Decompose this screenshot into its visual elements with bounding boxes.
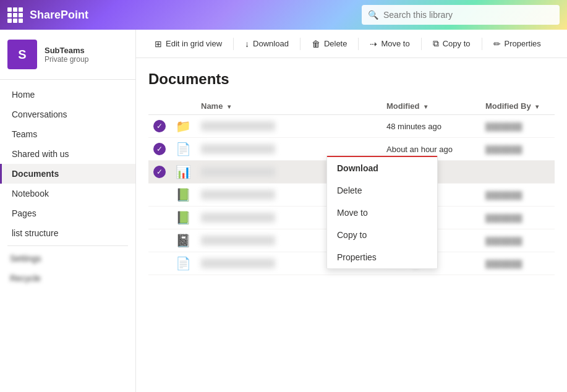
excel-icon: 📗 bbox=[176, 211, 191, 224]
file-name-blurred bbox=[201, 167, 275, 177]
context-menu-move-to[interactable]: Move to bbox=[327, 202, 437, 224]
move-icon: ⇢ bbox=[370, 39, 377, 49]
copy-link-icon[interactable]: ⊕ bbox=[345, 119, 358, 134]
file-name-blurred bbox=[201, 213, 275, 223]
search-icon: 🔍 bbox=[368, 10, 378, 20]
context-copyto-label: Copy to bbox=[337, 230, 367, 240]
avatar: S bbox=[7, 40, 37, 69]
col-header-name[interactable]: Name ▾ bbox=[196, 98, 326, 115]
context-properties-label: Properties bbox=[337, 252, 377, 262]
more-actions-icon[interactable]: ⋯ bbox=[345, 142, 360, 156]
sidebar-item-notebook[interactable]: Notebook bbox=[0, 184, 135, 203]
row-check[interactable]: ✓ bbox=[148, 161, 171, 184]
row-modified-by: ███████ bbox=[480, 229, 555, 252]
table-row[interactable]: ✓ 📁 ↑ ⊕ ⋯ bbox=[148, 115, 555, 138]
share-action-icon[interactable]: ↑ bbox=[331, 119, 341, 133]
brand-logo: SharePoint bbox=[30, 9, 88, 22]
context-menu-copy-to[interactable]: Copy to bbox=[327, 224, 437, 246]
download-button[interactable]: ↓ Download bbox=[239, 35, 295, 53]
sidebar-item-conversations[interactable]: Conversations bbox=[0, 104, 135, 124]
waffle-menu-icon[interactable] bbox=[7, 7, 22, 22]
sidebar-item-home[interactable]: Home bbox=[0, 85, 135, 104]
site-type: Private group bbox=[45, 55, 88, 64]
more-actions-icon[interactable]: ⋯ bbox=[362, 119, 377, 134]
context-menu-properties[interactable]: Properties bbox=[327, 246, 437, 268]
sidebar-item-pages[interactable]: Pages bbox=[0, 203, 135, 223]
col-header-check bbox=[148, 98, 171, 115]
sidebar-footer-item-2[interactable]: Recycle bbox=[0, 268, 135, 288]
col-header-actions bbox=[326, 98, 382, 115]
file-name-blurred bbox=[201, 121, 275, 131]
table-row[interactable]: ✓ 📊 Downlo bbox=[148, 161, 555, 184]
site-info: SubTeams Private group bbox=[45, 46, 88, 64]
row-file-name bbox=[196, 161, 326, 184]
context-download-label: Download bbox=[337, 163, 378, 173]
powerpoint-icon: 📊 bbox=[176, 165, 191, 179]
onenote-icon: 📓 bbox=[176, 234, 191, 247]
row-check[interactable] bbox=[148, 207, 171, 229]
file-name-blurred bbox=[201, 190, 275, 200]
search-bar[interactable]: 🔍 bbox=[362, 5, 560, 25]
edit-grid-button[interactable]: ⊞ Edit in grid view bbox=[148, 35, 228, 53]
pencil-icon: ✏ bbox=[493, 39, 501, 49]
context-moveto-label: Move to bbox=[337, 208, 368, 218]
toolbar-separator-5 bbox=[482, 38, 482, 50]
search-input[interactable] bbox=[383, 10, 553, 20]
delete-button[interactable]: 🗑 Delete bbox=[305, 35, 354, 53]
toolbar-separator-3 bbox=[358, 38, 359, 50]
move-to-button[interactable]: ⇢ Move to bbox=[364, 35, 416, 53]
name-sort-icon: ▾ bbox=[228, 103, 231, 110]
check-icon: ✓ bbox=[153, 166, 166, 178]
context-menu-download[interactable]: Download bbox=[327, 157, 437, 179]
row-file-name bbox=[196, 184, 326, 207]
row-check[interactable]: ✓ bbox=[148, 138, 171, 161]
row-modified-by: ███████ bbox=[480, 138, 555, 161]
context-menu: Download Delete Move to Copy to bbox=[326, 156, 438, 269]
row-check[interactable]: ✓ bbox=[148, 115, 171, 138]
row-modified-by: ███████ bbox=[480, 184, 555, 207]
site-header: S SubTeams Private group bbox=[0, 30, 135, 80]
sidebar-item-shared[interactable]: Shared with us bbox=[0, 144, 135, 164]
main-content: ⊞ Edit in grid view ↓ Download 🗑 Delete … bbox=[136, 30, 567, 392]
page-title: Documents bbox=[148, 70, 555, 88]
sidebar-item-documents[interactable]: Documents bbox=[0, 164, 135, 184]
delete-icon: 🗑 bbox=[312, 39, 320, 49]
properties-button[interactable]: ✏ Properties bbox=[487, 35, 547, 53]
row-file-name bbox=[196, 252, 326, 275]
topbar: SharePoint 🔍 bbox=[0, 0, 567, 30]
toolbar-separator-4 bbox=[421, 38, 422, 50]
context-menu-delete[interactable]: Delete bbox=[327, 179, 437, 202]
col-header-modified-by[interactable]: Modified By ▾ bbox=[480, 98, 555, 115]
check-icon: ✓ bbox=[153, 120, 166, 132]
download-icon: ↓ bbox=[245, 39, 249, 49]
row-check[interactable] bbox=[148, 252, 171, 275]
row-check[interactable] bbox=[148, 184, 171, 207]
row-file-icon: 📗 bbox=[171, 184, 196, 207]
col-header-modified[interactable]: Modified ▾ bbox=[382, 98, 480, 115]
sidebar-item-teams[interactable]: Teams bbox=[0, 124, 135, 144]
documents-table: Name ▾ Modified ▾ Modified By ▾ bbox=[148, 98, 555, 275]
modified-sort-icon: ▾ bbox=[424, 103, 427, 110]
row-modified-by: ███████ bbox=[480, 115, 555, 138]
share-action-icon[interactable]: ↑ bbox=[331, 142, 341, 156]
sidebar-item-list-structure[interactable]: list structure bbox=[0, 223, 135, 243]
row-file-icon: 📄 bbox=[171, 252, 196, 275]
row-file-icon: 📊 bbox=[171, 161, 196, 184]
row-inline-actions: ↑ ⊕ ⋯ bbox=[326, 115, 382, 138]
row-file-name bbox=[196, 138, 326, 161]
row-file-icon: 📗 bbox=[171, 207, 196, 229]
copy-to-button[interactable]: ⧉ Copy to bbox=[427, 35, 477, 53]
sidebar-footer-item-1[interactable]: Settings bbox=[0, 249, 135, 268]
nav-separator bbox=[7, 245, 128, 246]
row-modified: 48 minutes ago bbox=[382, 115, 480, 138]
row-modified-by: ███████ bbox=[480, 207, 555, 229]
folder-icon: 📁 bbox=[176, 119, 191, 133]
grid-icon: ⊞ bbox=[155, 39, 162, 49]
row-check[interactable] bbox=[148, 229, 171, 252]
word-icon: 📄 bbox=[176, 142, 191, 156]
row-file-icon: 📓 bbox=[171, 229, 196, 252]
file-name-blurred bbox=[201, 258, 275, 268]
toolbar-separator-2 bbox=[300, 38, 301, 50]
nav-list: Home Conversations Teams Shared with us … bbox=[0, 80, 135, 392]
toolbar-separator-1 bbox=[233, 38, 234, 50]
